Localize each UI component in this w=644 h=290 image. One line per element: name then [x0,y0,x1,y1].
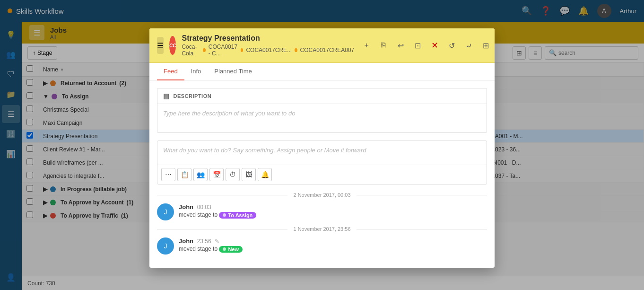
feed-entry-2: J John 23:56 ✎ moved stage to New [157,237,487,255]
modal: ☰ CC Strategy Presentation Coca-Cola COC… [149,28,495,268]
feed-separator-2: 1 November 2017, 23:56 [157,226,487,232]
back-btn[interactable]: ⤾ [462,39,475,52]
breadcrumb-coca0017[interactable]: COCA0017 - C... [209,44,238,57]
feed-author-1: John [179,203,193,211]
description-header: ▤ DESCRIPTION [157,88,487,104]
tab-info[interactable]: Info [184,63,208,80]
feed-avatar-1: J [157,203,174,220]
add-btn[interactable]: + [360,39,373,52]
feed-author-2: John [179,237,193,245]
grid-btn[interactable]: ⊞ [479,39,492,52]
tab-feed[interactable]: Feed [157,63,184,80]
feed-entry-1: J John 00:03 moved stage to To Assign [157,203,487,220]
description-section: ▤ DESCRIPTION Type here the description … [157,88,487,133]
separator-line-left-1 [157,195,287,195]
stage-label-toassign: To Assign [228,212,252,218]
feed-action-2: moved stage to New [179,246,487,253]
feed-action-1: moved stage to To Assign [179,211,487,219]
composer-section: What do you want to do? Say something, A… [157,141,487,185]
separator-date-2: 1 November 2017, 23:56 [293,226,350,232]
edit-icon[interactable]: ✎ [215,238,219,245]
close-btn[interactable]: ✕ [428,39,441,52]
description-label: DESCRIPTION [174,93,212,99]
composer-bell-btn[interactable]: 🔔 [258,168,272,181]
composer-more-btn[interactable]: ⋯ [161,168,175,181]
breadcrumb-dot-1 [203,48,205,52]
feed-content-1: John 00:03 moved stage to To Assign [179,203,487,219]
breadcrumb-coca0017cre[interactable]: COCA0017CRE... [246,47,292,53]
stage-tag-toassign: To Assign [219,212,256,219]
stage-dot-toassign [223,213,226,217]
composer-input[interactable]: What do you want to do? Say something, A… [157,141,487,165]
description-icon: ▤ [163,92,170,100]
feed-time-1: 00:03 [197,204,211,211]
separator-date-1: 2 November 2017, 00:03 [293,192,350,198]
breadcrumb-cocacola[interactable]: Coca-Cola [182,44,200,57]
feed-content-2: John 23:56 ✎ moved stage to New [179,237,487,253]
feed-avatar-2: J [157,237,174,255]
share-btn[interactable]: ↩ [394,39,407,52]
description-placeholder: Type here the description of what you wa… [163,110,295,117]
modal-tabs: Feed Info Planned Time [149,63,495,80]
composer-image-btn[interactable]: 🖼 [242,168,256,181]
duplicate-btn[interactable]: ⎘ [377,39,390,52]
modal-breadcrumbs: Coca-Cola COCA0017 - C... COCA0017CRE...… [182,44,354,57]
composer-assign-btn[interactable]: 👥 [193,168,208,181]
description-body[interactable]: Type here the description of what you wa… [157,104,487,132]
modal-title-section: Strategy Presentation Coca-Cola COCA0017… [182,34,354,57]
separator-line-right-2 [357,229,487,229]
composer-timer-btn[interactable]: ⏱ [226,168,240,181]
stage-label-new: New [228,246,239,252]
feed-section: 2 November 2017, 00:03 J John 00:03 move… [157,192,487,255]
modal-brand-icon: CC [169,36,176,55]
breadcrumb-dot-3 [295,48,297,52]
modal-hamburger-btn[interactable]: ☰ [157,37,164,54]
composer-calendar-btn[interactable]: 📅 [209,168,224,181]
stage-dot-new [223,247,226,251]
modal-header: ☰ CC Strategy Presentation Coca-Cola COC… [149,28,495,63]
modal-title: Strategy Presentation [182,34,354,43]
expand-btn[interactable]: ⊡ [411,39,424,52]
stage-tag-new: New [219,246,243,253]
refresh-btn[interactable]: ↺ [445,39,458,52]
composer-placeholder: What do you want to do? Say something, A… [163,147,366,154]
tab-planned-time[interactable]: Planned Time [208,63,259,80]
composer-clipboard-btn[interactable]: 📋 [177,168,191,181]
separator-line-right-1 [357,195,487,195]
modal-header-actions: + ⎘ ↩ ⊡ ✕ ↺ ⤾ ⊞ [360,39,492,52]
composer-toolbar: ⋯ 📋 👥 📅 ⏱ 🖼 🔔 [157,165,487,184]
feed-time-2: 23:56 [197,238,211,245]
breadcrumb-dot-2 [241,48,243,52]
modal-overlay[interactable]: ☰ CC Strategy Presentation Coca-Cola COC… [0,0,644,290]
breadcrumb-coca0017crea007[interactable]: COCA0017CREA007 [300,47,355,53]
modal-body: ▤ DESCRIPTION Type here the description … [149,80,495,268]
feed-separator-1: 2 November 2017, 00:03 [157,192,487,198]
separator-line-left-2 [157,229,287,229]
